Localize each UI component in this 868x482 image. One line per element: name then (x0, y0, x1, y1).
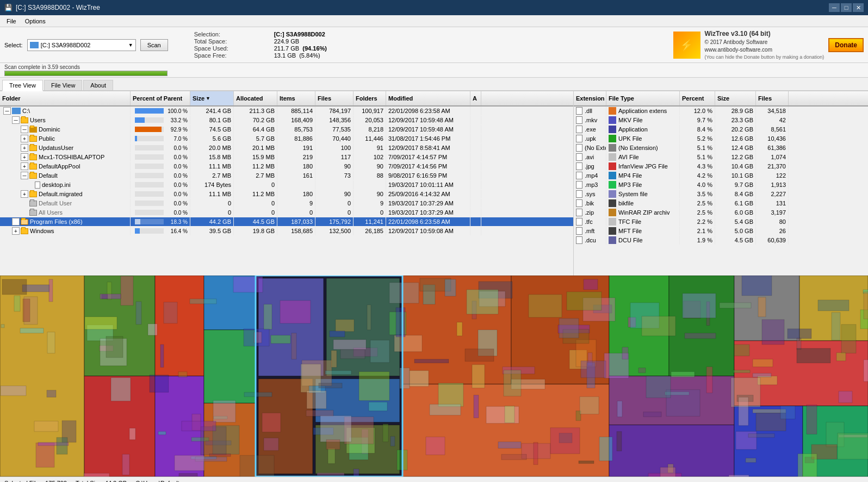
scan-button[interactable]: Scan (140, 39, 168, 51)
ext-file-icon (576, 107, 582, 115)
ext-percent-cell: 4.2 % (680, 171, 715, 180)
list-item[interactable]: .dll Application extens 12.0 % 28.9 GB 3… (574, 107, 868, 116)
ext-percent-cell: 8.4 % (680, 125, 715, 134)
ext-percent-cell: 2.5 % (680, 208, 715, 217)
list-item[interactable]: .zip WinRAR ZIP archiv 2.5 % 6.0 GB 3,19… (574, 208, 868, 217)
table-row[interactable]: + UpdatusUser 0.0 % 20.0 MB 20.1 MB 191 … (0, 143, 573, 153)
size-cell: 74.5 GB (190, 125, 234, 134)
folder-icon (29, 154, 37, 160)
expand-button[interactable]: + (21, 190, 28, 198)
treemap[interactable] (0, 276, 868, 477)
expand-button[interactable]: ─ (12, 116, 20, 124)
close-button[interactable]: ✕ (853, 3, 864, 12)
list-item[interactable]: .mft MFT File 2.1 % 5.0 GB 26 (574, 227, 868, 236)
ext-files-cell: 131 (756, 199, 789, 208)
app-icon: 💾 (4, 4, 13, 11)
alloc-cell: 44.5 GB (234, 217, 277, 226)
tree-body[interactable]: ─ C:\ 100.0 % 241.4 GB 211.3 GB 885,114 … (0, 107, 573, 276)
table-row[interactable]: + Program Files (x86) 18.3 % 44.2 GB 44.… (0, 217, 573, 227)
tab-tree-view[interactable]: Tree View (2, 80, 43, 91)
folder-cell: + Public (0, 134, 131, 143)
col-header-items[interactable]: Items (277, 91, 315, 105)
ext-file-icon (576, 218, 582, 226)
select-label: Select: (4, 42, 23, 48)
table-row[interactable]: + Default.migrated 0.0 % 11.1 MB 11.2 MB… (0, 190, 573, 199)
selection-info: Selection: [C:] S3A9988D002 Total Space:… (194, 31, 329, 59)
expand-button[interactable]: + (12, 218, 20, 226)
minimize-button[interactable]: ─ (829, 3, 840, 12)
percent-cell: 100.0 % (131, 107, 190, 115)
modified-cell: 7/09/2017 4:14:56 PM (386, 162, 470, 171)
col-header-size[interactable]: Size ▼ (190, 91, 234, 105)
expand-button[interactable]: ─ (21, 172, 28, 179)
expand-button[interactable]: ─ (21, 126, 28, 133)
menu-options[interactable]: Options (21, 17, 50, 26)
ext-files-cell: 1,913 (756, 180, 789, 189)
table-row[interactable]: + Mcx1-TOSHIBALAPTOP 0.0 % 15.8 MB 15.9 … (0, 153, 573, 162)
titlebar-title: [C:] S3A9988D002 - WizTree (16, 4, 100, 11)
space-free-label: Space Free: (194, 52, 231, 59)
expand-button[interactable]: + (21, 135, 28, 142)
table-row[interactable]: + DefaultAppPool 0.0 % 11.1 MB 11.2 MB 1… (0, 162, 573, 171)
table-row[interactable]: All Users 0.0 % 0 0 0 0 0 19/03/2017 10:… (0, 208, 573, 217)
expand-button[interactable]: + (21, 162, 28, 170)
size-cell: 11.1 MB (190, 162, 234, 171)
expand-button[interactable]: + (21, 153, 28, 161)
table-row[interactable]: + Windows 16.4 % 39.5 GB 19.8 GB 158,685… (0, 227, 573, 236)
table-row[interactable]: ─ Users 33.2 % 80.1 GB 70.2 GB 168,409 1… (0, 116, 573, 125)
attr-cell (470, 125, 481, 134)
table-row[interactable]: Default User 0.0 % 0 0 9 0 9 19/03/2017 … (0, 199, 573, 208)
col-header-allocated[interactable]: Allocated (234, 91, 277, 105)
list-item[interactable]: .tfc TFC File 2.2 % 5.4 GB 80 (574, 217, 868, 227)
col-header-file-type[interactable]: File Type (606, 91, 680, 105)
list-item[interactable]: .exe Application 8.4 % 20.2 GB 8,561 (574, 125, 868, 134)
expand-button[interactable]: + (12, 227, 20, 235)
file-icon (35, 181, 40, 189)
folder-cell: Default User (0, 199, 131, 208)
attr-cell (470, 199, 481, 208)
list-item[interactable]: .upk UPK File 5.2 % 12.6 GB 10,436 (574, 134, 868, 143)
table-row[interactable]: ─ Dominic 92.9 % 74.5 GB 64.4 GB 85,753 … (0, 125, 573, 134)
list-item[interactable]: (No Extension) (No Extension) 5.1 % 12.4… (574, 143, 868, 153)
maximize-button[interactable]: □ (841, 3, 852, 12)
table-row[interactable]: desktop.ini 0.0 % 174 Bytes 0 19/03/2017… (0, 180, 573, 190)
folders-cell: 11,241 (354, 217, 386, 226)
list-item[interactable]: .mp4 MP4 File 4.2 % 10.1 GB 122 (574, 171, 868, 180)
ext-size-cell: 12.2 GB (715, 153, 756, 161)
col-header-attr[interactable]: A (470, 91, 481, 105)
size-cell: 241.4 GB (190, 107, 234, 115)
list-item[interactable]: .bik bikfile 2.5 % 6.1 GB 131 (574, 199, 868, 208)
col-header-ext-files[interactable]: Files (756, 91, 789, 105)
folders-cell (354, 180, 386, 189)
table-row[interactable]: ─ C:\ 100.0 % 241.4 GB 211.3 GB 885,114 … (0, 107, 573, 116)
alloc-cell: 19.8 GB (234, 227, 277, 235)
list-item[interactable]: .dcu DCU File 1.9 % 4.5 GB 60,639 (574, 236, 868, 245)
expand-button[interactable]: ─ (3, 107, 11, 115)
list-item[interactable]: .jpg IrfanView JPG File 4.3 % 10.4 GB 21… (574, 162, 868, 171)
list-item[interactable]: .mp3 MP3 File 4.0 % 9.7 GB 1,913 (574, 180, 868, 190)
tab-file-view[interactable]: File View (44, 80, 82, 90)
col-header-percent[interactable]: Percent of Parent (131, 91, 190, 105)
ext-body[interactable]: .dll Application extens 12.0 % 28.9 GB 3… (574, 107, 868, 276)
ext-name-cell: .tfc (574, 217, 606, 226)
ext-type-cell: DCU File (606, 236, 680, 245)
list-item[interactable]: .avi AVI File 5.1 % 12.2 GB 1,074 (574, 153, 868, 162)
menu-file[interactable]: File (2, 17, 21, 26)
list-item[interactable]: .sys System file 3.5 % 8.4 GB 2,227 (574, 190, 868, 199)
donate-button[interactable]: Donate (828, 38, 864, 52)
wiztree-info: WizTree v3.10 (64 bit) © 2017 Antibody S… (705, 29, 824, 60)
col-header-extension[interactable]: Extension (574, 91, 606, 105)
col-header-folders[interactable]: Folders (354, 91, 386, 105)
table-row[interactable]: ─ Default 0.0 % 2.7 MB 2.7 MB 161 73 88 … (0, 171, 573, 180)
list-item[interactable]: .mkv MKV File 9.7 % 23.3 GB 42 (574, 116, 868, 125)
tab-about[interactable]: About (83, 80, 113, 90)
col-header-ext-size[interactable]: Size (715, 91, 756, 105)
drive-selector[interactable]: [C:] S3A9988D002 ▼ (27, 39, 136, 51)
col-header-ext-percent[interactable]: Percent (680, 91, 715, 105)
col-header-folder[interactable]: Folder (0, 91, 131, 105)
table-row[interactable]: + Public 7.0 % 5.6 GB 5.7 GB 81,886 70,4… (0, 134, 573, 143)
expand-button[interactable]: + (21, 144, 28, 152)
col-header-files[interactable]: Files (315, 91, 354, 105)
attr-cell (470, 143, 481, 152)
col-header-modified[interactable]: Modified (386, 91, 470, 105)
